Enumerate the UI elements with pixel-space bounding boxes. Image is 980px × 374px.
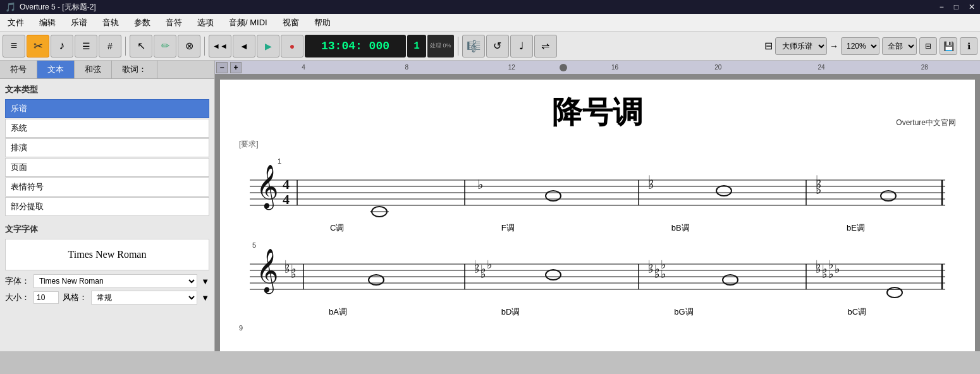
left-content: 文本类型 乐谱 系统 排演 页面 表情符号 部分提取 文字字体 Times Ne… — [0, 79, 214, 351]
ruler-plus-btn[interactable]: + — [230, 62, 242, 73]
notation-btn-4[interactable]: ⇌ — [534, 35, 557, 57]
font-preview-text: Times New Roman — [68, 249, 147, 260]
view-range-selector[interactable]: 全部 — [882, 37, 917, 55]
ruler-marks: 4 8 12 16 20 24 28 — [243, 61, 980, 74]
type-item-partial[interactable]: 部分提取 — [5, 197, 209, 216]
score-area[interactable]: − + 4 8 12 16 20 24 28 降号调 Overture中文官网 … — [215, 61, 980, 351]
staff-section-1: 1 𝄞 4 4 — [239, 156, 956, 234]
type-item-system[interactable]: 系统 — [5, 119, 209, 138]
ruler-minus-btn[interactable]: − — [216, 62, 228, 73]
right-toolbar: ⊟ 大师乐谱 → 120% 全部 ⊟ 💾 ℹ — [764, 37, 977, 55]
svg-text:♭: ♭ — [487, 258, 492, 271]
list-button[interactable]: ☰ — [75, 35, 97, 57]
font-section-title: 文字字体 — [5, 224, 209, 235]
font-select[interactable]: Times New Roman — [34, 274, 197, 288]
type-item-page[interactable]: 页面 — [5, 158, 209, 177]
svg-text:5: 5 — [252, 241, 256, 249]
notation-btn-3[interactable]: ♩ — [510, 35, 533, 57]
score-grid-icon[interactable]: ⊟ — [764, 40, 773, 52]
rewind-button[interactable]: ◄◄ — [209, 35, 231, 57]
note-button[interactable]: ♪ — [51, 35, 73, 57]
measure-9-indicator: 9 — [239, 324, 956, 332]
key-label-bA: bA调 — [329, 306, 347, 318]
menu-options[interactable]: 选项 — [195, 16, 216, 30]
style-select[interactable]: 常规 — [91, 291, 197, 305]
key-label-bD: bD调 — [501, 306, 520, 318]
svg-text:♭: ♭ — [835, 263, 840, 275]
svg-text:♭: ♭ — [816, 263, 821, 275]
svg-point-62 — [887, 287, 902, 298]
font-section: 文字字体 Times New Roman 字体： Times New Roman… — [5, 224, 209, 305]
size-input[interactable] — [34, 291, 59, 304]
svg-text:♭: ♭ — [828, 268, 833, 280]
zoom-selector[interactable]: 120% — [841, 37, 879, 55]
main-layout: 符号 文本 和弦 歌词： 文本类型 乐谱 系统 排演 页面 表情符号 部分提取 … — [0, 61, 980, 351]
svg-point-24 — [881, 191, 896, 201]
menu-view[interactable]: 视窗 — [280, 16, 302, 30]
ruler-mark-28: 28 — [921, 64, 928, 71]
save-button[interactable]: ≡ — [3, 35, 25, 57]
select-button[interactable]: ↖ — [130, 35, 152, 57]
grid-button[interactable]: # — [99, 35, 121, 57]
app-title: Overture 5 - [无标题-2] — [20, 2, 96, 13]
svg-text:1: 1 — [278, 157, 281, 165]
ruler-mark-12: 12 — [508, 64, 515, 71]
record-button[interactable]: ● — [281, 35, 303, 57]
svg-text:♭: ♭ — [648, 263, 653, 275]
pencil-button[interactable]: ✏ — [154, 35, 176, 57]
tab-lyrics[interactable]: 歌词： — [112, 61, 157, 78]
restore-btn[interactable]: □ — [954, 3, 959, 11]
menu-score[interactable]: 乐谱 — [68, 16, 90, 30]
ruler-mark-20: 20 — [714, 64, 721, 71]
style-dropdown-icon: ▼ — [201, 293, 209, 303]
key-label-C: C调 — [330, 222, 344, 234]
menu-track[interactable]: 音轨 — [100, 16, 121, 30]
info-btn[interactable]: ℹ — [960, 37, 977, 55]
save-score-btn[interactable]: 💾 — [940, 37, 957, 55]
beat-display: 1 — [407, 35, 426, 57]
menu-bar: 文件 编辑 乐谱 音轨 参数 音符 选项 音频/ MIDI 视窗 帮助 — [0, 14, 980, 32]
key-label-bE: bE调 — [847, 222, 865, 234]
notation-btn-2[interactable]: ↺ — [486, 35, 509, 57]
score-selector[interactable]: 大师乐谱 — [775, 37, 827, 55]
svg-text:♭: ♭ — [477, 178, 483, 191]
copy-score-btn[interactable]: ⊟ — [919, 37, 937, 55]
eraser-button[interactable]: ⊗ — [178, 35, 200, 57]
overture-credit: Overture中文官网 — [896, 118, 956, 128]
font-dropdown-icon: ▼ — [201, 277, 209, 286]
staff-svg-2: 5 𝄞 ♭ ♭ ♭ ♭ — [239, 240, 956, 303]
svg-text:♭: ♭ — [285, 263, 290, 275]
menu-params[interactable]: 参数 — [132, 16, 153, 30]
ruler-mark-24: 24 — [818, 64, 824, 71]
transport-display: 13:04: 000 — [305, 35, 406, 57]
type-item-rehearsal[interactable]: 排演 — [5, 138, 209, 157]
svg-point-20 — [716, 186, 732, 196]
staff-svg-1: 1 𝄞 4 4 — [239, 156, 956, 219]
menu-help[interactable]: 帮助 — [312, 16, 333, 30]
type-item-score[interactable]: 乐谱 — [5, 99, 209, 118]
size-label: 大小： — [5, 292, 30, 303]
notation-btn-1[interactable]: 🎼 — [462, 35, 485, 57]
tab-chord[interactable]: 和弦 — [75, 61, 112, 78]
staff-section-2: 5 𝄞 ♭ ♭ ♭ ♭ — [239, 240, 956, 318]
play-button[interactable]: ▶ — [257, 35, 279, 57]
svg-text:♭: ♭ — [816, 183, 821, 196]
type-item-expression[interactable]: 表情符号 — [5, 178, 209, 196]
back-button[interactable]: ◄ — [233, 35, 255, 57]
cut-button[interactable]: ✂ — [27, 35, 49, 57]
svg-text:♭: ♭ — [661, 268, 666, 280]
menu-file[interactable]: 文件 — [5, 16, 27, 30]
menu-notes[interactable]: 音符 — [163, 16, 185, 30]
tab-text[interactable]: 文本 — [37, 61, 75, 78]
close-btn[interactable]: ✕ — [969, 3, 975, 11]
arrow-icon: → — [830, 41, 838, 51]
minimize-btn[interactable]: − — [940, 3, 944, 11]
key-labels-row1: C调 F调 bB调 bE调 — [239, 222, 956, 234]
menu-edit[interactable]: 编辑 — [37, 16, 58, 30]
key-label-bG: bG调 — [674, 306, 693, 318]
tab-symbol[interactable]: 符号 — [0, 61, 37, 78]
menu-audio-midi[interactable]: 音频/ MIDI — [226, 16, 270, 30]
svg-text:♭: ♭ — [654, 268, 659, 280]
svg-point-41 — [369, 275, 384, 285]
svg-text:4: 4 — [283, 176, 290, 192]
